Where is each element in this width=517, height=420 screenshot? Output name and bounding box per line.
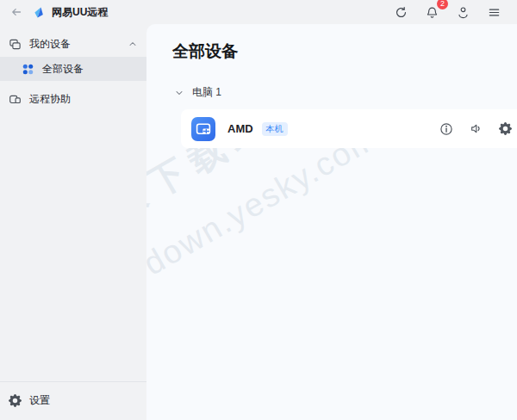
devices-stack-icon (9, 38, 22, 51)
sidebar-divider (0, 381, 146, 382)
device-name: AMD (227, 122, 253, 135)
info-icon (439, 122, 453, 136)
sidebar-item-label: 设置 (29, 393, 50, 408)
bell-icon (426, 6, 439, 19)
sidebar-item-remote-assist[interactable]: 远程协助 (0, 88, 146, 110)
titlebar: 网易UU远程 2 (0, 0, 517, 24)
app-body: 我的设备 全部设备 远程协助 设置 (0, 24, 517, 420)
back-arrow-icon (10, 6, 22, 18)
grid-dots-icon (22, 63, 34, 76)
device-card-actions (439, 122, 512, 136)
sidebar-footer: 设置 (0, 381, 146, 420)
chevron-down-icon (174, 88, 184, 98)
sidebar-item-all-devices[interactable]: 全部设备 (0, 57, 146, 81)
titlebar-actions: 2 (391, 3, 503, 22)
menu-button[interactable] (484, 3, 503, 22)
sidebar: 我的设备 全部设备 远程协助 设置 (0, 24, 146, 420)
gear-icon (499, 122, 512, 135)
account-button[interactable] (453, 3, 472, 22)
audio-icon (470, 122, 483, 135)
refresh-button[interactable] (391, 3, 410, 22)
app-logo-icon (33, 6, 46, 19)
page-title: 全部设备 (172, 40, 517, 63)
local-device-badge: 本机 (262, 122, 288, 136)
sidebar-item-label: 远程协助 (29, 92, 71, 107)
app-title: 网易UU远程 (52, 5, 108, 20)
chevron-up-icon[interactable] (128, 39, 138, 49)
notification-badge: 2 (437, 0, 448, 9)
sidebar-item-settings[interactable]: 设置 (0, 389, 146, 411)
device-settings-button[interactable] (499, 122, 512, 135)
back-button[interactable] (7, 3, 26, 22)
remote-assist-icon (9, 93, 22, 106)
sidebar-item-label: 我的设备 (29, 37, 71, 52)
device-info-button[interactable] (439, 122, 453, 136)
sidebar-item-my-devices[interactable]: 我的设备 (0, 33, 146, 55)
sidebar-item-label: 全部设备 (42, 62, 84, 77)
device-group-label: 电脑 1 (192, 85, 221, 100)
notifications-button[interactable]: 2 (422, 3, 441, 22)
gear-icon (9, 394, 22, 407)
device-audio-button[interactable] (470, 122, 483, 135)
computer-icon (191, 117, 215, 141)
refresh-icon (395, 6, 408, 19)
device-group-header[interactable]: 电脑 1 (174, 85, 517, 100)
hamburger-icon (488, 6, 501, 19)
main-panel: 全部设备 电脑 1 AMD 本机 (146, 24, 517, 420)
device-card[interactable]: AMD 本机 (181, 109, 517, 148)
user-icon (457, 6, 470, 19)
